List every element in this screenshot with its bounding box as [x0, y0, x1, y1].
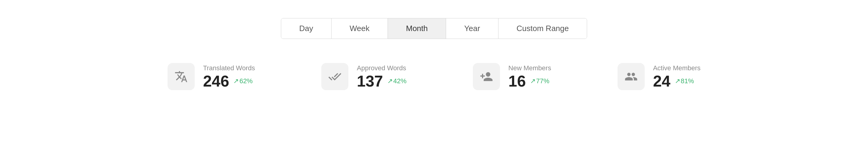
users-icon [624, 70, 638, 83]
approved-words-change: 42% [387, 77, 407, 85]
active-members-value-row: 24 81% [653, 73, 701, 89]
tab-custom-range[interactable]: Custom Range [498, 19, 587, 39]
tab-day[interactable]: Day [281, 19, 332, 39]
translated-words-label: Translated Words [203, 64, 255, 72]
new-members-value: 16 [508, 73, 526, 89]
new-members-label: New Members [508, 64, 551, 72]
stat-card-approved-words: Approved Words 137 42% [321, 63, 407, 90]
tab-year[interactable]: Year [446, 19, 498, 39]
tab-week[interactable]: Week [332, 19, 388, 39]
approved-words-icon-box [321, 63, 348, 90]
translate-icon [175, 70, 188, 83]
active-members-value: 24 [653, 73, 671, 89]
new-members-change: 77% [530, 77, 550, 85]
active-members-label: Active Members [653, 64, 701, 72]
tab-month[interactable]: Month [388, 19, 446, 39]
translated-words-info: Translated Words 246 62% [203, 64, 255, 89]
stat-card-active-members: Active Members 24 81% [618, 63, 701, 90]
active-members-icon-box [618, 63, 645, 90]
new-members-value-row: 16 77% [508, 73, 551, 89]
translated-words-value-row: 246 62% [203, 73, 255, 89]
active-members-info: Active Members 24 81% [653, 64, 701, 89]
translated-words-change: 62% [233, 77, 253, 85]
translated-words-icon-box [167, 63, 195, 90]
active-members-change: 81% [675, 77, 694, 85]
double-check-icon [328, 70, 341, 83]
new-members-info: New Members 16 77% [508, 64, 551, 89]
translated-words-value: 246 [203, 73, 229, 89]
add-user-icon [480, 70, 493, 83]
approved-words-value: 137 [357, 73, 383, 89]
stat-card-translated-words: Translated Words 246 62% [167, 63, 255, 90]
approved-words-value-row: 137 42% [357, 73, 407, 89]
stats-row: Translated Words 246 62% Approved Words … [107, 63, 761, 90]
approved-words-info: Approved Words 137 42% [357, 64, 407, 89]
stat-card-new-members: New Members 16 77% [473, 63, 551, 90]
new-members-icon-box [473, 63, 500, 90]
time-range-tabs: Day Week Month Year Custom Range [281, 18, 587, 39]
approved-words-label: Approved Words [357, 64, 407, 72]
